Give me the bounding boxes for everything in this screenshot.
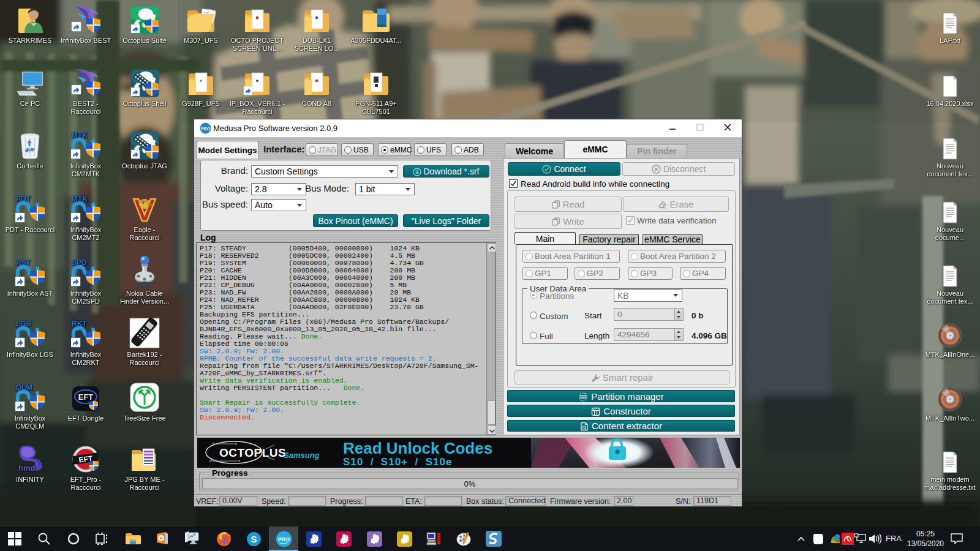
svg-text:hmd: hmd (18, 463, 36, 473)
svg-text:1101: 1101 (580, 395, 586, 399)
svg-text:S: S (251, 534, 257, 544)
svg-text:Read Unlock Codes: Read Unlock Codes (343, 439, 492, 457)
svg-text:S10 / S10+ / S10e: S10 / S10+ / S10e (343, 456, 452, 468)
svg-text:PRO: PRO (201, 127, 211, 131)
svg-text:EFT: EFT (78, 392, 94, 402)
svg-text:PRO: PRO (277, 536, 290, 542)
svg-text:Samsung: Samsung (284, 451, 320, 460)
svg-text:OCTOPLUS: OCTOPLUS (219, 446, 286, 459)
